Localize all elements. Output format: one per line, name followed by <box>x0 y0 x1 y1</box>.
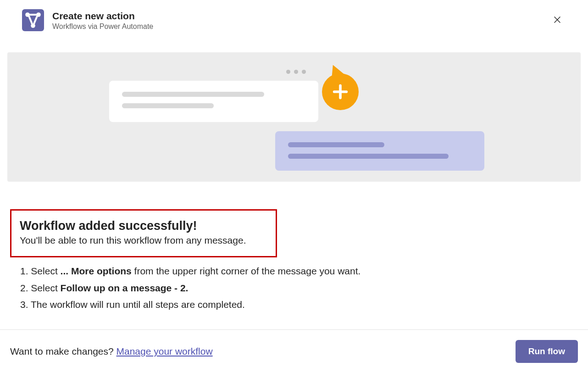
dialog-header: Create new action Workflows via Power Au… <box>0 0 588 39</box>
message-bubble-light <box>109 81 318 122</box>
instruction-step-2: Select Follow up on a message - 2. <box>20 281 578 296</box>
svg-point-2 <box>31 23 35 28</box>
instruction-step-1: Select ... More options from the upper r… <box>20 264 578 279</box>
instruction-step-3: The workflow will run until all steps ar… <box>20 297 578 312</box>
dialog-title: Create new action <box>52 10 549 22</box>
success-title: Workflow added successfully! <box>20 219 267 233</box>
hero-illustration <box>7 52 581 182</box>
dialog-footer: Want to make changes? Manage your workfl… <box>0 329 588 373</box>
dialog-subtitle: Workflows via Power Automate <box>52 22 549 31</box>
manage-workflow-link[interactable]: Manage your workflow <box>116 346 213 356</box>
success-subtitle: You'll be able to run this workflow from… <box>20 235 267 246</box>
footer-text: Want to make changes? Manage your workfl… <box>10 346 213 357</box>
workflows-app-icon <box>22 9 44 31</box>
message-bubble-dark <box>275 131 484 171</box>
ellipsis-icon <box>286 70 306 74</box>
close-icon <box>552 15 562 25</box>
add-action-badge <box>322 73 359 110</box>
instruction-list: Select ... More options from the upper r… <box>10 264 578 312</box>
run-flow-button[interactable]: Run flow <box>516 340 578 363</box>
plus-icon <box>331 83 349 101</box>
content-area: Workflow added successfully! You'll be a… <box>0 182 588 329</box>
success-callout: Workflow added successfully! You'll be a… <box>10 209 277 257</box>
close-button[interactable] <box>549 11 566 30</box>
